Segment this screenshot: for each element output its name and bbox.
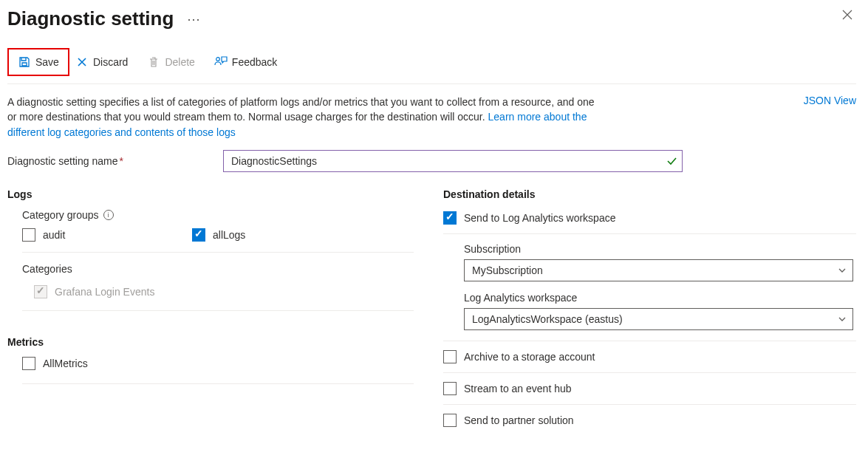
audit-label: audit xyxy=(43,229,65,241)
required-asterisk: * xyxy=(119,155,123,167)
save-label: Save xyxy=(35,56,59,68)
la-workspace-select[interactable]: LogAnalyticsWorkspace (eastus) xyxy=(464,308,853,330)
allmetrics-checkbox[interactable] xyxy=(22,357,35,370)
feedback-label: Feedback xyxy=(232,56,277,68)
save-button[interactable]: Save xyxy=(12,51,65,73)
feedback-icon xyxy=(214,55,228,69)
partner-label: Send to partner solution xyxy=(464,414,574,426)
category-groups-label: Category groups xyxy=(22,209,99,221)
audit-checkbox[interactable] xyxy=(22,228,35,242)
logs-heading: Logs xyxy=(7,188,443,200)
description-text: A diagnostic setting specifies a list of… xyxy=(7,95,606,140)
setting-name-label: Diagnostic setting name* xyxy=(7,155,223,167)
info-icon[interactable]: i xyxy=(103,210,114,220)
delete-icon xyxy=(147,55,160,69)
alllogs-label: allLogs xyxy=(213,229,245,241)
la-workspace-label: Log Analytics workspace xyxy=(464,292,856,304)
discard-label: Discard xyxy=(93,56,128,68)
close-icon xyxy=(841,9,853,21)
chevron-down-icon xyxy=(838,315,847,324)
stream-checkbox[interactable] xyxy=(443,382,457,395)
subscription-select[interactable]: MySubscription xyxy=(464,259,853,281)
feedback-button[interactable]: Feedback xyxy=(208,51,283,73)
alllogs-checkbox[interactable] xyxy=(192,228,205,242)
delete-button: Delete xyxy=(141,51,200,73)
stream-label: Stream to an event hub xyxy=(464,383,572,394)
allmetrics-label: AllMetrics xyxy=(43,358,88,369)
setting-name-input[interactable] xyxy=(223,150,683,172)
toolbar: Save Discard Delete Feedback xyxy=(7,48,856,84)
subscription-value: MySubscription xyxy=(472,264,543,276)
subscription-label: Subscription xyxy=(464,243,856,255)
save-icon xyxy=(18,55,31,69)
save-highlight-box: Save xyxy=(7,48,69,76)
la-workspace-value: LogAnalyticsWorkspace (eastus) xyxy=(472,313,623,325)
send-la-checkbox[interactable] xyxy=(443,211,457,225)
valid-check-icon xyxy=(666,156,677,166)
discard-icon xyxy=(75,55,89,69)
delete-label: Delete xyxy=(165,56,194,68)
discard-button[interactable]: Discard xyxy=(69,51,134,73)
metrics-heading: Metrics xyxy=(7,336,443,348)
archive-checkbox[interactable] xyxy=(443,350,457,363)
categories-label: Categories xyxy=(22,263,414,275)
svg-point-0 xyxy=(216,58,220,61)
grafana-label: Grafana Login Events xyxy=(55,286,154,298)
close-button[interactable] xyxy=(841,9,853,21)
page-title: Diagnostic setting xyxy=(7,7,174,30)
json-view-link[interactable]: JSON View xyxy=(804,95,856,106)
destination-heading: Destination details xyxy=(443,188,856,200)
archive-label: Archive to a storage account xyxy=(464,351,595,363)
grafana-checkbox xyxy=(34,285,47,298)
chevron-down-icon xyxy=(838,266,847,275)
partner-checkbox[interactable] xyxy=(443,414,457,427)
send-la-label: Send to Log Analytics workspace xyxy=(464,212,615,224)
more-actions-button[interactable]: ⋯ xyxy=(187,11,201,27)
